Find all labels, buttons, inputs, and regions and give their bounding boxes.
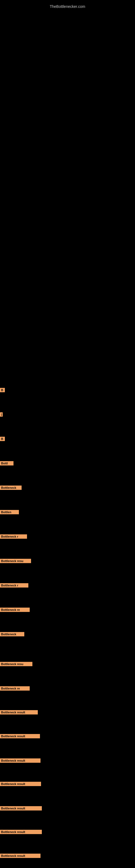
bottleneck-label-row: Bottleneck result	[0, 710, 38, 716]
bottleneck-label: Bottleneck result	[0, 710, 38, 714]
bottleneck-label-row: Bottleneck result	[0, 854, 41, 859]
bottleneck-label-row: Bottleneck result	[0, 806, 42, 812]
bottleneck-label-row: Bottleneck result	[0, 734, 40, 739]
bottleneck-label: B	[0, 437, 5, 441]
bottleneck-label-row: Bottleneck result	[0, 782, 41, 787]
bottleneck-label: Bottleneck resu	[0, 559, 31, 563]
bottleneck-label: Bottleneck result	[0, 854, 41, 858]
bottleneck-label: Bottleneck resu	[0, 662, 32, 666]
bottleneck-label: Bottleneck result	[0, 734, 40, 738]
bottleneck-label: Bottleneck re	[0, 608, 30, 612]
bottleneck-label: |	[0, 412, 3, 416]
bottleneck-label: Bottleneck re	[0, 686, 30, 691]
bottleneck-label-row: Bottleneck resu	[0, 559, 31, 564]
bottleneck-label-row: Bottleneck r	[0, 583, 28, 589]
bottleneck-label: Bottleneck	[0, 632, 24, 637]
bottleneck-label-row: Bottleneck re	[0, 686, 30, 692]
bottleneck-label-row: |	[0, 412, 3, 418]
bottleneck-label-row: Bottleneck result	[0, 830, 42, 835]
bottleneck-label: Bottleneck result	[0, 806, 42, 810]
site-title: TheBottlenecker.com	[0, 2, 135, 11]
bottleneck-label-row: Bottl	[0, 461, 13, 467]
bottleneck-label-row: Bottleneck re	[0, 608, 30, 613]
bottleneck-label-row: Bottleneck	[0, 486, 21, 491]
bottleneck-label: B	[0, 388, 5, 392]
bottleneck-label: Bottleneck	[0, 486, 21, 490]
bottleneck-label-row: B	[0, 437, 5, 442]
bottleneck-label: Bottlen	[0, 510, 19, 514]
bottleneck-label-row: B	[0, 388, 5, 393]
bottleneck-label-row: Bottleneck result	[0, 758, 41, 764]
bottleneck-label-row: Bottleneck	[0, 632, 24, 638]
bottleneck-label-row: Bottleneck resu	[0, 662, 32, 667]
bottleneck-label: Bottleneck result	[0, 830, 42, 834]
bottleneck-label: Bottleneck r	[0, 534, 27, 539]
bottleneck-label: Bottleneck result	[0, 758, 41, 763]
bottleneck-label: Bottl	[0, 461, 13, 465]
bottleneck-label-row: Bottlen	[0, 510, 19, 516]
bottleneck-label-row: Bottleneck r	[0, 534, 27, 540]
bottleneck-label: Bottleneck result	[0, 782, 41, 786]
bottleneck-label: Bottleneck r	[0, 583, 28, 588]
